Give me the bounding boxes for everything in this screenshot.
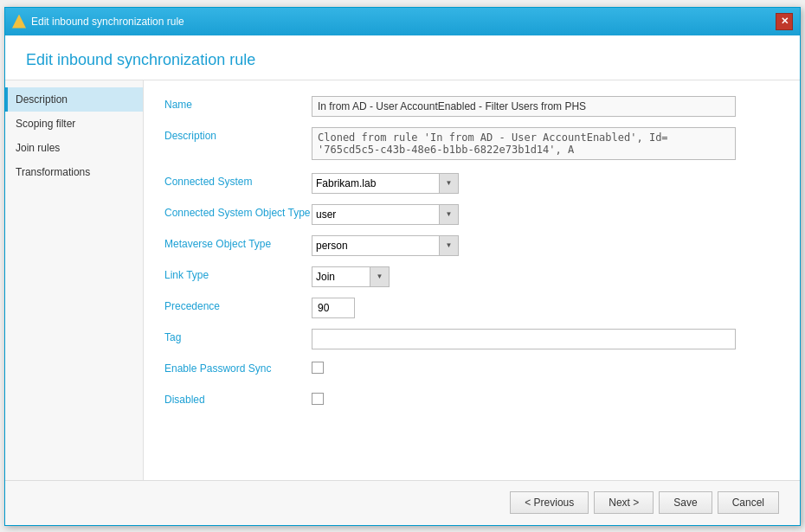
sidebar-item-transformations[interactable]: Transformations	[5, 160, 143, 184]
form-area: Name Description Connected System	[144, 80, 800, 480]
description-input[interactable]	[312, 127, 736, 160]
next-button[interactable]: Next >	[594, 491, 654, 514]
name-value-container	[312, 96, 779, 117]
enable-password-sync-row: Enable Password Sync	[164, 360, 779, 381]
mv-object-type-label: Metaverse Object Type	[164, 235, 312, 250]
link-type-select[interactable]: Join Provision	[312, 269, 370, 285]
enable-password-sync-checkbox[interactable]	[312, 362, 324, 374]
footer: < Previous Next > Save Cancel	[5, 480, 800, 525]
cs-object-type-label: Connected System Object Type	[164, 204, 312, 219]
mv-object-type-arrow: ▼	[439, 236, 458, 255]
tag-value-container	[312, 329, 779, 349]
mv-object-type-select[interactable]: person	[312, 238, 439, 253]
cs-object-type-arrow: ▼	[439, 205, 458, 224]
sidebar-item-scoping-filter[interactable]: Scoping filter	[5, 112, 143, 136]
connected-system-arrow: ▼	[439, 174, 458, 193]
connected-system-value-container: Fabrikam.lab ▼	[312, 173, 779, 194]
description-label: Description	[164, 127, 312, 142]
description-row: Description	[164, 127, 779, 163]
cs-object-type-value-container: user ▼	[312, 204, 779, 225]
main-window: Edit inbound synchronization rule ✕ Edit…	[4, 7, 801, 526]
link-type-arrow: ▼	[370, 267, 389, 286]
name-label: Name	[164, 96, 312, 111]
precedence-row: Precedence	[164, 298, 779, 318]
cs-object-type-select[interactable]: user	[312, 207, 439, 222]
titlebar-left: Edit inbound synchronization rule	[12, 15, 184, 29]
link-type-select-wrapper[interactable]: Join Provision ▼	[312, 266, 390, 287]
connected-system-label: Connected System	[164, 173, 312, 188]
sidebar: Description Scoping filter Join rules Tr…	[5, 80, 144, 480]
mv-object-type-row: Metaverse Object Type person ▼	[164, 235, 779, 256]
link-type-row: Link Type Join Provision ▼	[164, 266, 779, 287]
sidebar-item-description[interactable]: Description	[5, 87, 143, 112]
cancel-button[interactable]: Cancel	[718, 491, 779, 514]
description-value-container	[312, 127, 779, 163]
disabled-value-container	[312, 391, 779, 405]
tag-label: Tag	[164, 329, 312, 343]
previous-button[interactable]: < Previous	[510, 491, 589, 514]
tag-row: Tag	[164, 329, 779, 349]
content-area: Edit inbound synchronization rule Descri…	[5, 35, 800, 525]
precedence-label: Precedence	[164, 298, 312, 312]
enable-password-sync-label: Enable Password Sync	[164, 360, 312, 375]
precedence-input[interactable]	[312, 298, 355, 318]
connected-system-select[interactable]: Fabrikam.lab	[312, 176, 439, 191]
titlebar: Edit inbound synchronization rule ✕	[5, 8, 800, 35]
enable-password-sync-value-container	[312, 360, 779, 374]
main-body: Description Scoping filter Join rules Tr…	[5, 80, 800, 480]
disabled-checkbox[interactable]	[312, 393, 324, 405]
tag-input[interactable]	[312, 329, 736, 349]
cs-object-type-row: Connected System Object Type user ▼	[164, 204, 779, 225]
cs-object-type-select-wrapper[interactable]: user ▼	[312, 204, 459, 225]
close-button[interactable]: ✕	[776, 13, 793, 30]
link-type-label: Link Type	[164, 266, 312, 281]
app-icon	[12, 15, 26, 29]
disabled-row: Disabled	[164, 391, 779, 412]
save-button[interactable]: Save	[659, 491, 712, 514]
connected-system-select-wrapper[interactable]: Fabrikam.lab ▼	[312, 173, 459, 194]
mv-object-type-select-wrapper[interactable]: person ▼	[312, 235, 459, 256]
page-title: Edit inbound synchronization rule	[5, 35, 800, 80]
sidebar-item-join-rules[interactable]: Join rules	[5, 136, 143, 160]
window-title: Edit inbound synchronization rule	[31, 16, 184, 28]
name-row: Name	[164, 96, 779, 117]
connected-system-row: Connected System Fabrikam.lab ▼	[164, 173, 779, 194]
precedence-value-container	[312, 298, 779, 318]
link-type-value-container: Join Provision ▼	[312, 266, 779, 287]
disabled-label: Disabled	[164, 391, 312, 406]
mv-object-type-value-container: person ▼	[312, 235, 779, 256]
name-input[interactable]	[312, 96, 736, 117]
